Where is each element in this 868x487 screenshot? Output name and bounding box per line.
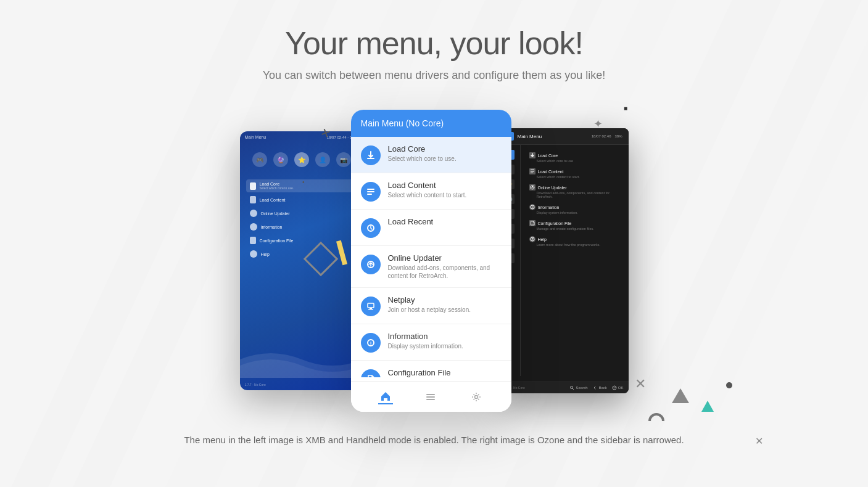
ozone-item-subtitle-5: Learn more about how the program works. — [529, 243, 620, 247]
mobile-header: Main Menu (No Core) — [351, 110, 511, 137]
xmb-menu-item-1: Load Content — [246, 194, 357, 206]
ozone-item-information[interactable]: i Information Display system information… — [526, 202, 624, 217]
mobile-item-title-5: Information — [388, 332, 502, 341]
svg-rect-22 — [531, 173, 533, 173]
ozone-item-load-content[interactable]: Load Content Select which content to sta… — [526, 166, 624, 181]
xmb-version: 1.7.7 - No Core — [245, 383, 266, 387]
mobile-item-title-6: Configuration File — [388, 368, 502, 377]
mobile-item-title-2: Load Recent — [388, 217, 502, 226]
svg-rect-1 — [367, 189, 374, 190]
mobile-item-title-1: Load Content — [388, 181, 502, 190]
ozone-title: Main Menu — [518, 134, 542, 139]
ozone-item-icon-3: i — [529, 204, 535, 210]
xmb-item-icon-4 — [250, 237, 256, 244]
mobile-item-title-3: Online Updater — [388, 253, 502, 263]
mobile-item-load-core[interactable]: Load Core Select which core to use. — [351, 137, 511, 173]
page-subtitle: You can switch between menu drivers and … — [263, 69, 606, 82]
x2-decoration: ✕ — [755, 435, 763, 447]
ozone-header-right: 18/07 02:46 38% — [592, 134, 622, 138]
xmb-item-icon-0 — [250, 182, 256, 190]
mobile-item-netplay[interactable]: Netplay Join or host a netplay session. — [351, 288, 511, 324]
mobile-item-title-0: Load Core — [388, 144, 502, 153]
svg-rect-6 — [368, 303, 374, 308]
ozone-item-load-core[interactable]: Load Core Select which core to use — [526, 150, 624, 165]
xmb-item-icon-2 — [250, 210, 257, 217]
xmb-menu-item-3: Information — [246, 221, 357, 233]
svg-rect-20 — [531, 170, 534, 170]
header-section: Your menu, your look! You can switch bet… — [263, 0, 606, 82]
svg-line-29 — [572, 388, 574, 390]
xmb-icon-5: 📷 — [336, 152, 351, 167]
mobile-item-subtitle-4: Join or host a netplay session. — [388, 306, 502, 314]
svg-rect-17 — [426, 396, 435, 398]
xmb-item-icon-5 — [250, 250, 257, 258]
ozone-item-title-3: Information — [538, 205, 560, 210]
xmb-icon-4: 👤 — [315, 152, 330, 167]
mobile-menu-list: Load Core Select which core to use. Load… — [351, 137, 511, 377]
ozone-item-subtitle-0: Select which core to use — [529, 159, 620, 163]
mobile-bottom-bar — [351, 381, 511, 412]
ozone-menu-content: Load Core Select which core to use Load … — [521, 145, 629, 376]
mobile-item-content-5: Information Display system information. — [388, 332, 502, 350]
ozone-item-icon-2 — [529, 184, 535, 190]
mobile-item-content-2: Load Recent — [388, 217, 502, 227]
ozone-body: ⚙ ⭐ 🕐 👤 🎵 📁 + — [499, 145, 629, 376]
mobile-item-icon-5: i — [361, 333, 381, 353]
mobile-item-content-1: Load Content Select which content to sta… — [388, 181, 502, 199]
ozone-item-subtitle-3: Display system information. — [529, 211, 620, 215]
ozone-item-help[interactable]: ? Help Learn more about how the program … — [526, 234, 624, 249]
xmb-menu-item-0: Load Core Select which core to use. — [246, 179, 357, 192]
xmb-menu-item-5: Help — [246, 248, 357, 260]
caption-section: The menu in the left image is XMB and Ha… — [184, 433, 684, 448]
ozone-item-title-5: Help — [538, 237, 547, 242]
svg-rect-0 — [367, 158, 374, 159]
mobile-item-subtitle-3: Download add-ons, components, and conten… — [388, 264, 502, 280]
ozone-item-title-1: Load Content — [538, 170, 564, 174]
svg-text:i: i — [532, 205, 533, 209]
center-screen-mobile: Main Menu (No Core) Load Core Select whi… — [351, 110, 511, 412]
mobile-item-content-4: Netplay Join or host a netplay session. — [388, 295, 502, 314]
xmb-wave — [240, 341, 363, 378]
ozone-item-icon-1 — [529, 168, 535, 174]
ozone-item-config-file[interactable]: Configuration File Manage and create con… — [526, 218, 624, 233]
ozone-footer: 1.7.7 - No Core Search Back OK — [499, 382, 629, 393]
xmb-menu: Load Core Select which core to use. Load… — [240, 173, 363, 268]
svg-rect-16 — [426, 394, 435, 395]
mobile-item-title-4: Netplay — [388, 295, 502, 305]
ozone-item-subtitle-1: Select which content to start. — [529, 175, 620, 179]
mobile-item-content-3: Online Updater Download add-ons, compone… — [388, 253, 502, 280]
xmb-menu-item-4: Configuration File — [246, 234, 357, 247]
mobile-item-information[interactable]: i Information Display system information… — [351, 324, 511, 361]
svg-rect-21 — [531, 171, 534, 172]
page-wrapper: Your menu, your look! You can switch bet… — [0, 0, 868, 487]
ozone-item-icon-4 — [529, 220, 535, 226]
xmb-icon-2: 🔮 — [273, 152, 288, 167]
mobile-item-subtitle-0: Select which core to use. — [388, 155, 502, 163]
mobile-item-online-updater[interactable]: Online Updater Download add-ons, compone… — [351, 246, 511, 288]
svg-text:?: ? — [531, 237, 533, 241]
ozone-battery: 38% — [614, 134, 622, 138]
svg-rect-18 — [426, 399, 435, 400]
ozone-item-title-4: Configuration File — [538, 221, 572, 226]
mobile-item-content-6: Configuration File Manage and create con… — [388, 368, 502, 377]
mobile-item-icon-0 — [361, 145, 381, 165]
ozone-item-icon-0 — [529, 152, 535, 158]
xmb-icons-row: 🎮 🔮 ⭐ 👤 📷 — [240, 143, 363, 173]
svg-rect-2 — [367, 191, 374, 192]
right-screen-ozone: Main Menu 18/07 02:46 38% ⚙ ⭐ 🕐 👤 — [499, 128, 629, 393]
mobile-item-subtitle-1: Select which content to start. — [388, 191, 502, 199]
svg-point-28 — [571, 387, 573, 389]
svg-text:i: i — [370, 340, 371, 346]
mobile-item-config-file[interactable]: Configuration File Manage and create con… — [351, 361, 511, 377]
ozone-item-online-updater[interactable]: Online Updater Download add-ons, compone… — [526, 182, 624, 201]
ozone-back-btn[interactable]: Back — [592, 385, 606, 390]
mobile-tab-menu[interactable] — [423, 390, 438, 404]
svg-rect-8 — [368, 309, 373, 310]
ozone-search-btn[interactable]: Search — [569, 385, 587, 390]
mobile-tab-settings[interactable] — [469, 390, 484, 404]
mobile-tab-home[interactable] — [378, 390, 393, 404]
ozone-ok-btn[interactable]: OK — [612, 385, 624, 390]
xmb-menu-item-2: Online Updater — [246, 207, 357, 219]
mobile-item-load-recent[interactable]: Load Recent — [351, 210, 511, 246]
mobile-item-load-content[interactable]: Load Content Select which content to sta… — [351, 173, 511, 210]
